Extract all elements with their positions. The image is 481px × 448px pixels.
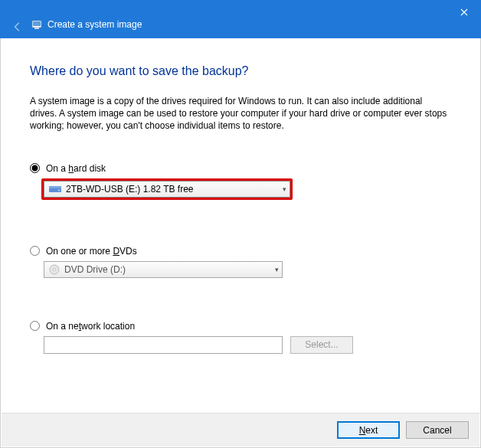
hard-disk-selected: 2TB-WD-USB (E:) 1.82 TB free [66,184,193,195]
network-path-input[interactable] [44,336,283,354]
disc-icon [49,264,60,275]
svg-point-7 [53,268,55,270]
option-hard-disk[interactable]: On a hard disk [30,163,451,174]
close-button[interactable] [447,2,481,23]
app-icon [31,18,43,31]
chevron-down-icon: ▾ [283,185,286,193]
svg-rect-4 [49,186,61,188]
next-button[interactable]: Next [337,421,400,439]
cancel-button[interactable]: Cancel [406,421,469,439]
option-hard-disk-group: On a hard disk 2TB-WD-USB (E:) 1.82 TB f… [30,163,451,200]
radio-hard-disk[interactable] [30,163,40,173]
page-description: A system image is a copy of the drives r… [30,95,451,132]
hard-disk-dropdown[interactable]: 2TB-WD-USB (E:) 1.82 TB free ▾ [44,181,290,198]
option-network[interactable]: On a network location [30,321,451,332]
option-network-group: On a network location Select... [30,321,451,354]
select-button: Select... [290,336,353,354]
radio-network[interactable] [30,321,40,331]
hard-drive-icon [49,185,61,194]
radio-dvd[interactable] [30,246,40,256]
chevron-down-icon: ▾ [275,266,279,273]
window-title: Create a system image [47,19,142,30]
option-dvd[interactable]: On one or more DVDs [30,246,451,257]
page-heading: Where do you want to save the backup? [30,64,451,78]
option-dvd-group: On one or more DVDs DVD Drive (D:) ▾ [30,246,451,278]
option-hard-disk-label: On a hard disk [46,163,106,174]
highlight-box: 2TB-WD-USB (E:) 1.82 TB free ▾ [41,178,293,200]
dvd-selected: DVD Drive (D:) [64,264,126,275]
svg-point-5 [58,189,60,191]
client-area: Where do you want to save the backup? A … [0,38,481,448]
title-bar: Create a system image [0,0,481,38]
svg-rect-1 [33,21,41,26]
option-dvd-label: On one or more DVDs [46,246,137,257]
svg-rect-2 [34,28,39,29]
back-button [11,20,25,34]
option-network-label: On a network location [46,321,135,332]
footer: Next Cancel [2,413,479,446]
dvd-dropdown[interactable]: DVD Drive (D:) ▾ [44,261,283,278]
